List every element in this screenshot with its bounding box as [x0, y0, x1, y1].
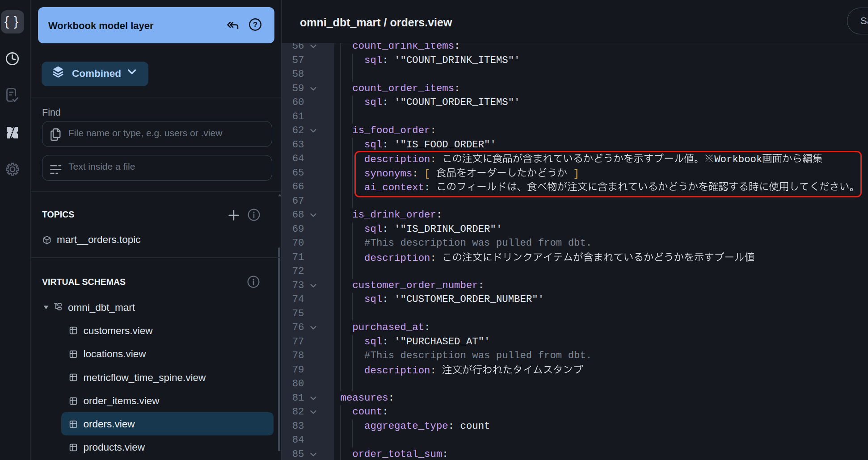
svg-text:?: ? — [253, 21, 257, 29]
